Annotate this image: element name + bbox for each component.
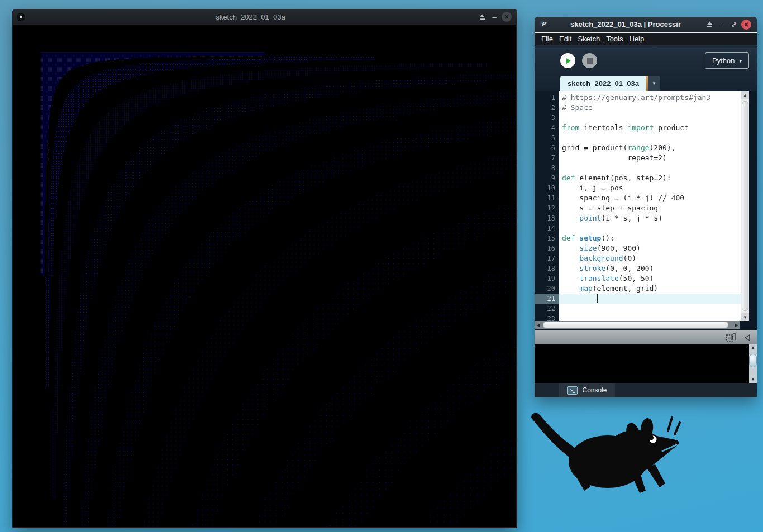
run-button[interactable] [560, 53, 575, 68]
console-tab-label: Console [582, 386, 607, 394]
line-number: 7 [535, 153, 559, 163]
code-line[interactable]: translate(50, 50) [559, 274, 741, 284]
code-line[interactable]: point(i * s, j * s) [559, 213, 741, 223]
code-line[interactable] [559, 294, 741, 304]
menu-edit[interactable]: Edit [559, 35, 578, 43]
line-number: 16 [535, 243, 559, 253]
mode-selector-button[interactable]: Python ▾ [705, 52, 749, 69]
code-line[interactable]: grid = product(range(200), [559, 143, 741, 153]
maximize-icon[interactable] [703, 18, 716, 31]
line-number: 14 [535, 223, 559, 233]
scroll-down-icon[interactable]: ▼ [741, 313, 749, 321]
code-token: (50, 50) [619, 274, 654, 282]
code-line[interactable]: map(element, grid) [559, 284, 741, 294]
code-line[interactable]: i, j = pos [559, 183, 741, 193]
line-number: 9 [535, 173, 559, 183]
code-line[interactable] [559, 133, 741, 143]
code-token [562, 274, 579, 282]
code-line[interactable]: stroke(0, 0, 200) [559, 263, 741, 274]
code-token: (): [601, 234, 614, 242]
code-token: i, j = pos [562, 184, 623, 192]
code-area[interactable]: # https://genuary.art/prompts#jan3# Spac… [559, 91, 741, 321]
code-token: size [579, 244, 597, 252]
code-line[interactable] [559, 304, 741, 314]
tab-console[interactable]: >_ Console [559, 383, 615, 397]
code-line[interactable] [559, 163, 741, 173]
copy-error-icon[interactable] [726, 333, 737, 342]
code-line[interactable]: def element(pos, step=2): [559, 173, 741, 183]
code-line[interactable] [559, 314, 741, 321]
code-token: s = step + spacing [562, 204, 658, 212]
code-token: repeat=2) [562, 154, 667, 162]
line-number: 8 [535, 163, 559, 173]
mode-label: Python [712, 56, 735, 65]
tab-menu-button[interactable]: ▼ [648, 76, 660, 91]
line-number: 10 [535, 183, 559, 193]
collapse-console-icon[interactable] [743, 334, 751, 342]
code-line[interactable]: spacing = (i * j) // 400 [559, 193, 741, 203]
menu-sketch[interactable]: Sketch [578, 35, 606, 43]
editor-horizontal-scrollbar[interactable]: ◀ ▶ [535, 321, 740, 329]
code-line[interactable]: from itertools import product [559, 123, 741, 133]
vertical-scroll-thumb[interactable] [742, 101, 748, 311]
scroll-left-icon[interactable]: ◀ [535, 323, 542, 328]
stop-button[interactable] [582, 53, 597, 68]
console-output[interactable] [535, 344, 749, 383]
ide-titlebar[interactable]: P sketch_2022_01_03a | Processir – [535, 17, 757, 32]
menu-file[interactable]: File [541, 35, 559, 43]
maximize-icon[interactable] [476, 11, 488, 23]
code-token: element(pos, step=2): [575, 174, 671, 182]
menu-tools[interactable]: Tools [606, 35, 629, 43]
window-chrome [740, 321, 757, 329]
line-number: 15 [535, 233, 559, 243]
code-token: (element, grid) [593, 284, 658, 293]
horizontal-scroll-thumb[interactable] [543, 322, 728, 328]
code-line[interactable]: size(900, 900) [559, 243, 741, 253]
close-icon[interactable] [500, 11, 513, 23]
console-scrollbar[interactable]: ▲ ▼ [749, 344, 757, 383]
editor-vertical-scrollbar[interactable]: ▲ ▼ [741, 91, 749, 321]
code-token: spacing = (i * j) // 400 [562, 194, 684, 202]
scroll-up-icon[interactable]: ▲ [751, 344, 755, 351]
status-strip [535, 330, 757, 344]
code-token: stroke [579, 264, 605, 272]
code-token: point [579, 214, 601, 222]
processing-logo-icon: P [539, 20, 548, 29]
line-number: 20 [535, 284, 559, 294]
code-line[interactable]: # Space [559, 103, 741, 113]
whisker [675, 423, 680, 434]
line-number: 22 [535, 304, 559, 314]
minimize-icon[interactable]: – [488, 11, 500, 23]
code-token: def [562, 234, 575, 242]
ide-window-title: sketch_2022_01_03a | Processir [548, 20, 703, 28]
menu-help[interactable]: Help [629, 35, 650, 43]
code-line[interactable]: background(0) [559, 253, 741, 263]
code-line[interactable]: # https://genuary.art/prompts#jan3 [559, 93, 741, 103]
scroll-up-icon[interactable]: ▲ [741, 91, 749, 99]
restore-icon[interactable] [728, 18, 740, 31]
console-scroll-thumb[interactable] [750, 354, 756, 367]
code-line[interactable]: repeat=2) [559, 153, 741, 163]
tab-sketch[interactable]: sketch_2022_01_03a [560, 76, 646, 91]
code-token: def [562, 174, 575, 182]
tab-strip: sketch_2022_01_03a ▼ [535, 76, 757, 91]
toolbar: Python ▾ sketch_2022_01_03a ▼ [535, 45, 757, 91]
code-line[interactable] [559, 113, 741, 123]
line-number: 6 [535, 143, 559, 153]
sketch-titlebar[interactable]: sketch_2022_01_03a – [12, 9, 517, 25]
code-token: (i * s, j * s) [601, 214, 662, 222]
close-icon[interactable] [740, 18, 752, 31]
sketch-canvas [13, 25, 516, 527]
code-line[interactable]: s = step + spacing [559, 203, 741, 213]
code-token: map [579, 284, 592, 293]
play-icon [564, 57, 572, 65]
scroll-down-icon[interactable]: ▼ [751, 376, 755, 383]
sketch-output-window: sketch_2022_01_03a – [12, 9, 517, 528]
minimize-icon[interactable]: – [716, 18, 728, 31]
code-editor[interactable]: 1234567891011121314151617181920212223 # … [535, 91, 757, 321]
line-number: 19 [535, 274, 559, 284]
scroll-right-icon[interactable]: ▶ [733, 323, 740, 328]
code-line[interactable] [559, 223, 741, 233]
code-token: translate [579, 274, 618, 282]
code-line[interactable]: def setup(): [559, 233, 741, 243]
